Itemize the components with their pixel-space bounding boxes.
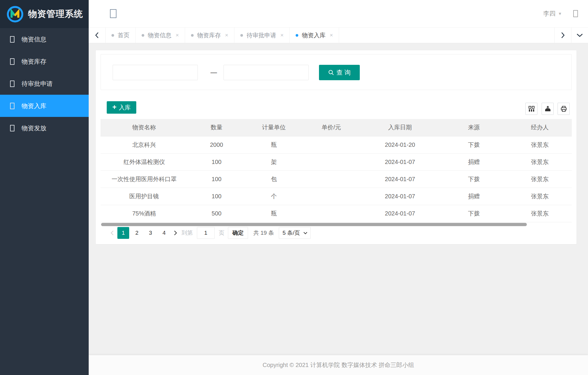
cell-inbound-date: 2024-01-07 <box>360 170 440 188</box>
sidebar-item-material-info[interactable]: 物资信息 <box>0 28 89 50</box>
sidebar-item-label: 物资信息 <box>22 35 46 44</box>
cell-unit: 包 <box>245 170 302 188</box>
tabbar-spacer <box>339 28 554 43</box>
tab-home[interactable]: 首页 <box>106 28 136 43</box>
columns-filter-button[interactable] <box>525 103 537 115</box>
cell-unit: 个 <box>245 188 302 205</box>
col-header-operator[interactable]: 经办人 <box>508 119 572 136</box>
cell-unit: 瓶 <box>245 136 302 153</box>
page-jump-input[interactable] <box>197 227 215 239</box>
close-icon[interactable]: × <box>280 32 284 38</box>
cell-unit: 瓶 <box>245 205 302 222</box>
confirm-page-button[interactable]: 确定 <box>228 227 248 239</box>
add-inbound-button[interactable]: + 入库 <box>107 101 136 114</box>
date-end-input[interactable] <box>223 65 309 80</box>
table-row[interactable]: 一次性使用医用外科口罩 100 包 2024-01-07 下拨 张景东 <box>101 170 572 188</box>
tab-pending-approval[interactable]: 待审批申请 × <box>234 28 290 43</box>
export-icon <box>544 105 551 112</box>
logo-area: 物资管理系统 <box>0 0 89 28</box>
tab-material-inbound[interactable]: 物资入库 × <box>290 28 339 43</box>
chevron-down-icon <box>303 232 307 234</box>
cell-quantity: 100 <box>188 170 245 188</box>
table-row[interactable]: 红外体温检测仪 100 架 2024-01-07 捐赠 张景东 <box>101 153 572 170</box>
sidebar-item-pending-approval[interactable]: 待审批申请 <box>0 73 89 95</box>
cell-operator: 张景东 <box>508 153 572 170</box>
user-action-icon[interactable] <box>573 10 578 17</box>
tab-status-dot <box>296 34 298 37</box>
tab-label: 待审批申请 <box>247 31 276 39</box>
col-header-inbound-date[interactable]: 入库日期 <box>360 119 440 136</box>
date-start-input[interactable] <box>113 65 198 80</box>
page-button-4[interactable]: 4 <box>158 227 170 239</box>
cell-material-name: 红外体温检测仪 <box>101 153 188 170</box>
col-header-quantity[interactable]: 数量 <box>188 119 245 136</box>
cell-unit-price <box>302 188 360 205</box>
app-logo-icon <box>7 6 24 23</box>
jump-suffix-label: 页 <box>219 229 224 237</box>
table-row[interactable]: 医用护目镜 100 个 2024-01-07 捐赠 张景东 <box>101 188 572 205</box>
search-icon <box>328 70 334 75</box>
sidebar-collapse-icon[interactable] <box>110 9 116 18</box>
sidebar-item-label: 物资发放 <box>22 124 46 132</box>
page-button-3[interactable]: 3 <box>145 227 156 239</box>
search-button[interactable]: 查 询 <box>319 65 360 80</box>
cell-material-name: 医用护目镜 <box>101 188 188 205</box>
close-icon[interactable]: × <box>176 32 179 38</box>
cell-source: 捐赠 <box>440 188 508 205</box>
cell-inbound-date: 2024-01-07 <box>360 188 440 205</box>
columns-icon <box>528 105 535 112</box>
tab-label: 物资信息 <box>148 31 171 39</box>
col-header-source[interactable]: 来源 <box>440 119 508 136</box>
tabs-scroll-left-button[interactable] <box>89 28 106 43</box>
cell-source: 下拨 <box>440 205 508 222</box>
caret-down-icon: ▼ <box>558 11 562 16</box>
cell-source: 捐赠 <box>440 153 508 170</box>
inbound-table: 物资名称 数量 计量单位 单价/元 入库日期 来源 经办人 北京科兴 2000 … <box>101 119 572 222</box>
page-button-1[interactable]: 1 <box>117 227 129 239</box>
next-page-button[interactable] <box>171 227 180 239</box>
cell-operator: 张景东 <box>508 136 572 153</box>
col-header-material-name[interactable]: 物资名称 <box>101 119 188 136</box>
scrollbar-thumb[interactable] <box>101 223 527 226</box>
tab-material-stock[interactable]: 物资库存 × <box>185 28 234 43</box>
cell-source: 下拨 <box>440 170 508 188</box>
tab-bar: 首页 物资信息 × 物资库存 × 待审批申请 × 物资入库 × <box>89 27 588 43</box>
cell-unit: 架 <box>245 153 302 170</box>
add-inbound-label: 入库 <box>119 104 131 112</box>
search-button-label: 查 询 <box>336 68 351 77</box>
sidebar-item-material-stock[interactable]: 物资库存 <box>0 50 89 73</box>
jump-prefix-label: 到第 <box>182 229 193 237</box>
cell-operator: 张景东 <box>508 205 572 222</box>
col-header-unit-price[interactable]: 单价/元 <box>302 119 360 136</box>
close-icon[interactable]: × <box>225 32 228 38</box>
search-panel: — 查 询 <box>101 54 572 90</box>
tab-material-info[interactable]: 物资信息 × <box>136 28 185 43</box>
cell-material-name: 75%酒精 <box>101 205 188 222</box>
tab-status-dot <box>111 34 114 37</box>
cell-inbound-date: 2024-01-20 <box>360 136 440 153</box>
sidebar-item-material-inbound[interactable]: 物资入库 <box>0 95 89 117</box>
table-row[interactable]: 北京科兴 2000 瓶 2024-01-20 下拨 张景东 <box>101 136 572 153</box>
page-size-select[interactable]: 5 条/页 <box>279 227 311 239</box>
cell-material-name: 北京科兴 <box>101 136 188 153</box>
cell-operator: 张景东 <box>508 170 572 188</box>
close-icon[interactable]: × <box>330 32 333 38</box>
pagination: 1 2 3 4 到第 页 确定 共 19 条 5 条/页 <box>108 227 311 239</box>
plus-icon: + <box>112 104 116 111</box>
col-header-unit[interactable]: 计量单位 <box>245 119 302 136</box>
app-title: 物资管理系统 <box>28 8 83 20</box>
cell-unit-price <box>302 170 360 188</box>
print-button[interactable] <box>558 103 570 115</box>
cell-inbound-date: 2024-01-07 <box>360 205 440 222</box>
prev-page-button[interactable] <box>108 227 116 239</box>
page-size-value: 5 条/页 <box>283 229 300 237</box>
tabs-menu-button[interactable] <box>571 28 588 43</box>
sidebar-item-material-issue[interactable]: 物资发放 <box>0 117 89 139</box>
user-menu[interactable]: 李四 ▼ <box>543 9 578 18</box>
page-button-2[interactable]: 2 <box>131 227 143 239</box>
table-row[interactable]: 75%酒精 500 瓶 2024-01-07 下拨 张景东 <box>101 205 572 222</box>
export-button[interactable] <box>542 103 554 115</box>
date-range-separator: — <box>205 65 223 80</box>
tabs-scroll-right-button[interactable] <box>554 28 571 43</box>
cell-quantity: 2000 <box>188 136 245 153</box>
